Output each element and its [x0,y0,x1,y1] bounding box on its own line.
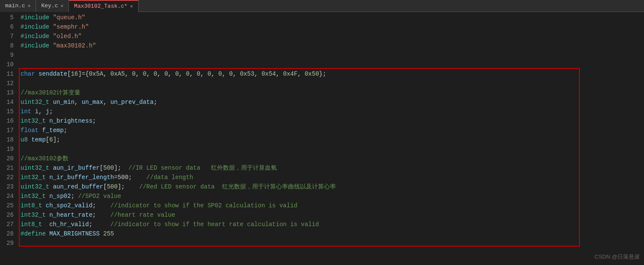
tab-main-c[interactable]: main.c ✕ [0,0,36,12]
code-line-7: #include "oled.h" [21,32,644,41]
ln-19: 19 [0,144,14,154]
ln-20: 20 [0,154,14,163]
code-line-23: uint32_t aun_red_buffer[500]; //Red LED … [21,182,644,191]
tab-label-main-c: main.c [5,3,25,9]
code-line-26: int32_t n_heart_rate; //heart rate value [21,210,644,220]
tab-close-main-c[interactable]: ✕ [28,3,31,9]
code-line-10 [21,60,644,69]
code-line-24: int32_t n_sp02; //SPO2 value [21,191,644,201]
ln-26: 26 [0,210,14,220]
line-numbers: 5 6 7 8 9 10 11 12 13 14 15 16 17 18 19 … [0,12,17,265]
code-line-13: //max30102计算变量 [21,88,644,97]
code-line-28: #define MAX_BRIGHTNESS 255 [21,229,644,238]
code-line-27: int8_t ch_hr_valid; //indicator to show … [21,220,644,229]
code-line-20: //max30102参数 [21,154,644,163]
ln-21: 21 [0,163,14,173]
ln-23: 23 [0,182,14,191]
tab-close-max-task[interactable]: ✕ [130,3,133,9]
code-line-15: int i, j; [21,107,644,116]
code-line-5: #include "queue.h" [21,13,644,22]
ln-5: 5 [0,13,14,22]
ln-7: 7 [0,32,14,41]
code-content[interactable]: #include "queue.h" #include "semphr.h" #… [17,12,644,265]
code-line-14: uint32_t un_min, un_max, un_prev_data; [21,97,644,107]
ln-25: 25 [0,201,14,210]
ln-8: 8 [0,41,14,50]
ln-9: 9 [0,50,14,60]
code-line-21: uint32_t aun_ir_buffer[500]; //IR LED se… [21,163,644,173]
ln-16: 16 [0,116,14,126]
code-line-18: u8 temp[6]; [21,135,644,144]
code-line-8: #include "max30102.h" [21,41,644,50]
ln-13: 13 [0,88,14,97]
code-line-6: #include "semphr.h" [21,22,644,32]
code-line-22: int32_t n_ir_buffer_length=500; //data l… [21,173,644,182]
tab-max-task[interactable]: Max30102_Task.c* ✕ [69,0,138,12]
tab-label-key-c: Key.c [41,3,58,9]
code-line-11: char senddate[16]={0x5A, 0xA5, 0, 0, 0, … [21,69,644,79]
ln-22: 22 [0,173,14,182]
code-line-16: int32_t n_brightness; [21,116,644,126]
code-line-12 [21,79,644,88]
code-line-19 [21,144,644,154]
ln-18: 18 [0,135,14,144]
tab-label-max-task: Max30102_Task.c* [74,3,128,9]
ln-12: 12 [0,79,14,88]
ln-10: 10 [0,60,14,69]
ln-17: 17 [0,126,14,135]
code-line-29 [21,238,644,248]
code-line-17: float f_temp; [21,126,644,135]
ln-14: 14 [0,97,14,107]
tab-bar: main.c ✕ Key.c ✕ Max30102_Task.c* ✕ [0,0,644,12]
ln-24: 24 [0,191,14,201]
ln-27: 27 [0,220,14,229]
ln-15: 15 [0,107,14,116]
tab-key-c[interactable]: Key.c ✕ [36,0,69,12]
watermark: CSDN @日落悬崖 [594,253,640,261]
ln-28: 28 [0,229,14,238]
ln-6: 6 [0,22,14,32]
code-area: 5 6 7 8 9 10 11 12 13 14 15 16 17 18 19 … [0,12,644,265]
code-line-9 [21,50,644,60]
ln-11: 11 [0,69,14,79]
code-line-25: int8_t ch_spo2_valid; //indicator to sho… [21,201,644,210]
ln-29: 29 [0,238,14,248]
tab-close-key-c[interactable]: ✕ [60,3,63,9]
